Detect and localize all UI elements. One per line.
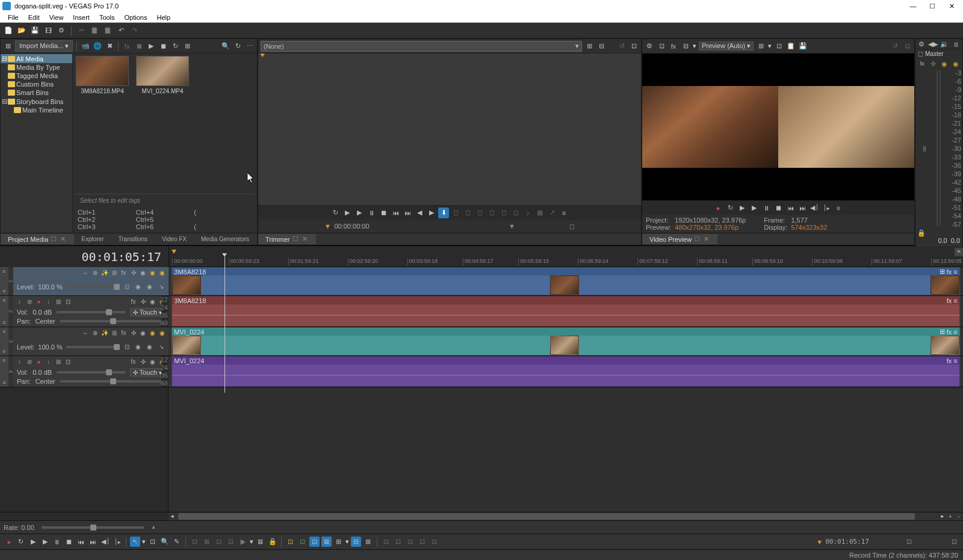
overwrite-icon[interactable]: ◻ bbox=[450, 208, 461, 218]
mute-icon[interactable]: ◉ bbox=[139, 329, 147, 337]
track-menu-icon[interactable]: ≡ bbox=[2, 328, 5, 334]
rate-slider[interactable] bbox=[42, 526, 144, 529]
tree-custom-bins[interactable]: Custom Bins bbox=[1, 80, 72, 88]
trimmer-timecode[interactable]: 00:00:00:00 bbox=[334, 223, 369, 230]
level-slider[interactable] bbox=[66, 346, 119, 348]
tab-media-generators[interactable]: Media Generators bbox=[194, 235, 256, 244]
import-media-button[interactable]: Import Media... ▾ bbox=[15, 40, 73, 52]
search-icon[interactable]: 🔍 bbox=[221, 42, 231, 51]
pan-slider[interactable] bbox=[60, 380, 165, 383]
more-icon[interactable]: ⋯ bbox=[245, 42, 255, 51]
preview-props-icon[interactable]: ⚙ bbox=[645, 42, 654, 51]
tree-main-timeline[interactable]: Main Timeline bbox=[1, 106, 72, 114]
play-start-icon[interactable]: ▶ bbox=[737, 203, 748, 214]
close-tab-icon[interactable]: ✕ bbox=[59, 235, 67, 243]
marker-3-icon[interactable]: ⊡ bbox=[405, 537, 415, 547]
clip-menu-icon[interactable]: ≡ bbox=[953, 328, 957, 336]
add-to-timeline-icon[interactable]: ⬇ bbox=[438, 208, 449, 218]
mute-icon[interactable]: ◉ bbox=[139, 269, 147, 277]
record-icon[interactable]: ● bbox=[713, 203, 723, 214]
trimmer-in-marker[interactable] bbox=[260, 54, 265, 57]
arm-record-icon[interactable]: ↕ bbox=[16, 298, 23, 306]
track-header-4[interactable]: ↕ ⊘ ● ↓ ⊞ ⊡ fx ✣ ◉ ◉ Vol: 0.0 dB bbox=[13, 356, 169, 387]
pause-icon[interactable]: ⏸ bbox=[761, 203, 772, 214]
mark-out-icon[interactable]: ◻ bbox=[486, 208, 497, 218]
track-menu-icon[interactable]: ≡ bbox=[2, 357, 5, 363]
prev-frame-icon[interactable]: ◀⏐ bbox=[809, 203, 820, 214]
next-frame-icon[interactable]: ⏐▶ bbox=[112, 537, 122, 547]
menu-options[interactable]: Options bbox=[120, 13, 152, 22]
record-icon[interactable]: ● bbox=[35, 358, 43, 366]
track-min-icon[interactable]: ≡ bbox=[2, 348, 5, 354]
fx-icon[interactable]: fx bbox=[120, 269, 128, 277]
track-fx-icon[interactable]: ✨ bbox=[101, 269, 108, 277]
automation-mode-combo[interactable]: ✣ Touch ▾ bbox=[130, 308, 165, 316]
get-media-icon[interactable]: 🌐 bbox=[93, 42, 102, 51]
next-frame-icon[interactable]: ▶ bbox=[426, 208, 437, 218]
preview-fx-icon[interactable]: fx bbox=[669, 42, 678, 51]
event-generate-icon[interactable]: ⊞ bbox=[363, 537, 373, 547]
phase-icon[interactable]: ⊘ bbox=[25, 358, 33, 366]
open-icon[interactable]: 📂 bbox=[17, 26, 26, 35]
solo-icon[interactable]: ◉ bbox=[149, 329, 156, 337]
auto-ripple-icon[interactable]: ⫸ bbox=[238, 537, 248, 547]
preview-ext-icon[interactable]: ⊡ bbox=[902, 42, 912, 51]
volume-slider[interactable] bbox=[57, 371, 125, 374]
tree-tagged-media[interactable]: Tagged Media bbox=[1, 72, 72, 80]
quantize-icon[interactable]: ⊡ bbox=[226, 537, 236, 547]
play-icon[interactable]: ▶ bbox=[749, 203, 760, 214]
preview-ext-monitor-icon[interactable]: ⊡ bbox=[657, 42, 666, 51]
audio-icon[interactable]: ♪ bbox=[522, 208, 533, 218]
stop-icon[interactable]: ◼ bbox=[134, 42, 144, 51]
make-child-icon[interactable]: ↘ bbox=[157, 343, 165, 351]
event-fx-icon[interactable]: ⊟ bbox=[351, 537, 361, 547]
fx-icon[interactable]: fx bbox=[120, 329, 128, 337]
volume-slider[interactable] bbox=[57, 311, 125, 313]
tree-smart-bins[interactable]: Smart Bins bbox=[1, 88, 72, 97]
master-props-icon[interactable]: ⚙ bbox=[917, 39, 926, 49]
record-icon[interactable]: ● bbox=[4, 537, 14, 547]
create-subclip-icon[interactable]: ◻ bbox=[498, 208, 509, 218]
stop-icon[interactable]: ◼ bbox=[64, 537, 74, 547]
preview-split-icon[interactable]: ⊟ bbox=[681, 42, 690, 51]
event-edge-icon[interactable]: ⊡ bbox=[309, 537, 320, 547]
arm-icon[interactable]: ↕ bbox=[16, 358, 23, 366]
cursor-timecode[interactable]: 00:01:05:17 bbox=[0, 246, 169, 267]
marker-1-icon[interactable]: ⊡ bbox=[381, 537, 391, 547]
auto-settings-icon[interactable]: ✣ bbox=[129, 269, 137, 277]
redo-icon[interactable]: ↷ bbox=[129, 26, 139, 35]
track-content-4[interactable]: 12243648 MVI_0224fx≡ bbox=[169, 356, 963, 387]
copy-snapshot-icon[interactable]: 📋 bbox=[786, 42, 796, 51]
clip-fx-icon[interactable]: fx bbox=[947, 297, 952, 304]
menu-view[interactable]: View bbox=[45, 13, 68, 22]
track-content-3[interactable]: MVI_0224⊞fx≡ bbox=[169, 327, 963, 355]
clip-menu-icon[interactable]: ≡ bbox=[953, 357, 957, 365]
save-snapshot-icon[interactable]: 💾 bbox=[798, 42, 808, 51]
capture-icon[interactable]: 📹 bbox=[81, 42, 90, 51]
fx-icon[interactable]: ⊞ bbox=[54, 358, 62, 366]
tree-storyboard-bins[interactable]: ⊟Storyboard Bins bbox=[1, 97, 72, 106]
menu-insert[interactable]: Insert bbox=[69, 13, 94, 22]
parent-icon[interactable]: ◉ bbox=[134, 343, 142, 351]
master-faders-icon[interactable]: ⫼ bbox=[951, 39, 961, 49]
goto-end-icon[interactable]: ⏭ bbox=[402, 208, 413, 218]
lock-envelopes-icon[interactable]: 🔒 bbox=[267, 537, 277, 547]
clip-pan-icon[interactable]: ⊞ bbox=[940, 328, 945, 336]
trimmer-show-icon[interactable]: ↺ bbox=[617, 42, 627, 51]
master-solo-icon[interactable]: ◉ bbox=[952, 59, 961, 69]
selection-end-icon[interactable]: ⊡ bbox=[904, 537, 914, 547]
render-icon[interactable]: 🎞 bbox=[43, 26, 53, 35]
track-header-3[interactable]: ↔ ⊕ ✨ ⊞ fx ✣ ◉ ◉ ◉ Level: 100.0 % ⊡ ◉ ◉ bbox=[13, 327, 169, 355]
play-icon[interactable]: ▶ bbox=[146, 42, 156, 51]
zoom-out-icon[interactable]: - bbox=[955, 512, 963, 520]
new-project-icon[interactable]: 📄 bbox=[4, 26, 13, 35]
bus-icon[interactable]: ⊡ bbox=[64, 298, 72, 306]
menu-tools[interactable]: Tools bbox=[95, 13, 119, 22]
tree-all-media[interactable]: ⊟All Media bbox=[1, 54, 72, 63]
marker-4-icon[interactable]: ⊡ bbox=[417, 537, 427, 547]
event-split-icon[interactable]: ⊠ bbox=[321, 537, 332, 547]
close-tab-icon[interactable]: ✕ bbox=[301, 235, 309, 243]
copy-icon[interactable]: 📋 bbox=[90, 26, 99, 35]
record-arm-icon[interactable]: ● bbox=[35, 298, 43, 306]
safe-areas-icon[interactable]: ⊡ bbox=[774, 42, 784, 51]
